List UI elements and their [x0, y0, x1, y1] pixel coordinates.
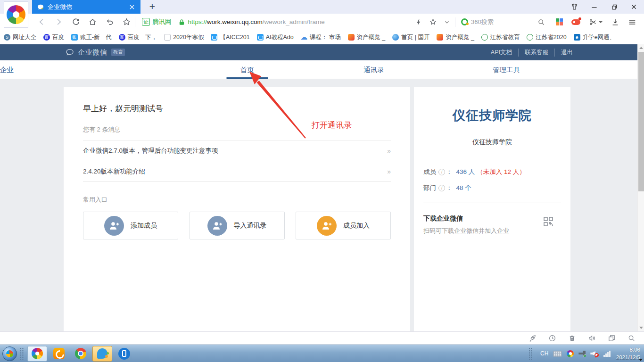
tray-360-icon[interactable] — [567, 350, 574, 357]
back-button[interactable] — [33, 16, 50, 29]
nav-tab[interactable]: 我的企业 — [0, 60, 14, 79]
usb-safely-remove-icon[interactable] — [578, 351, 586, 357]
header-link[interactable]: API文档 — [485, 49, 518, 57]
trash-cleaner-icon[interactable] — [568, 334, 576, 343]
close-button[interactable] — [629, 2, 638, 12]
address-bar[interactable]: 证 腾讯网 https://work.weixin.qq.com/wework_… — [135, 18, 415, 26]
taskbar-chrome[interactable] — [71, 346, 91, 362]
tab-close-icon[interactable] — [128, 3, 136, 11]
quick-entry-button[interactable]: 添加成员 — [83, 212, 178, 239]
language-indicator[interactable]: CH — [540, 350, 548, 357]
taskbar-clock[interactable]: 8:06 2021/12/5 — [616, 346, 640, 361]
browser-tab[interactable]: 企业微信 — [32, 0, 140, 14]
bookmark-label: 账王-新一代 — [80, 33, 112, 41]
volume-muted-icon[interactable] — [590, 350, 599, 357]
bookmark-item[interactable]: 首页 | 国开 — [392, 33, 429, 41]
reading-mode-icon[interactable] — [415, 18, 422, 26]
url-path: /wework_admin/frame — [263, 18, 325, 25]
page-scrollbar[interactable] — [637, 44, 644, 331]
apps-grid-icon[interactable] — [556, 18, 563, 25]
message-row[interactable]: 2.4.20版本新功能介绍 » — [83, 161, 391, 182]
taskbar-360-browser[interactable] — [27, 346, 47, 362]
refresh-button[interactable] — [67, 16, 84, 29]
quick-entry-button[interactable]: 成员加入 — [296, 212, 391, 239]
bookmark-favicon-icon: S — [4, 34, 10, 41]
wework-favicon-icon — [37, 3, 44, 11]
downloads-icon[interactable] — [611, 18, 619, 26]
browser-logo[interactable] — [4, 1, 28, 28]
browser-skin-icon[interactable] — [570, 2, 579, 12]
minimize-button[interactable] — [589, 2, 599, 12]
info-icon[interactable] — [438, 185, 445, 191]
header-link[interactable]: 退出 — [554, 49, 573, 57]
taskbar-phone-app[interactable] — [114, 346, 134, 362]
members-not-joined[interactable]: （未加入 12 人） — [477, 168, 526, 176]
bookmark-label: 网址大全 — [13, 33, 36, 41]
message-chevron-icon[interactable]: » — [387, 147, 391, 155]
screenshot-scissors-icon[interactable] — [589, 18, 603, 26]
message-row[interactable]: 企业微信2.7.0版本，管理后台功能变更注意事项 » — [83, 140, 391, 161]
taskbar-wework[interactable] — [92, 346, 112, 362]
nav-tab[interactable]: 通讯录 — [363, 60, 384, 79]
nav-tab[interactable]: 管理工具 — [493, 60, 520, 79]
start-button[interactable] — [2, 346, 17, 361]
colon: ： — [446, 184, 453, 192]
split-window-icon[interactable] — [607, 334, 616, 343]
new-tab-button[interactable]: + — [145, 1, 159, 13]
bookmark-item[interactable]: e 升学e网通、 — [574, 33, 615, 41]
boost-rocket-icon[interactable] — [528, 334, 537, 343]
mute-page-icon[interactable] — [587, 334, 596, 343]
members-value[interactable]: 436 人 — [456, 168, 475, 176]
search-input[interactable] — [471, 18, 537, 25]
clock-date: 2021/12/5 — [616, 354, 640, 361]
message-text: 企业微信2.7.0版本，管理后台功能变更注意事项 — [83, 147, 218, 155]
site-cert-name[interactable]: 腾讯网 — [152, 18, 172, 26]
menu-hamburger-icon[interactable] — [628, 18, 636, 26]
undo-button[interactable] — [101, 16, 118, 29]
corner-caret-icon[interactable] — [639, 359, 643, 361]
games-icon[interactable] — [571, 19, 580, 25]
windows-taskbar: CH 8:06 2021/12/5 — [0, 345, 644, 362]
nav-tab[interactable]: 首页 — [240, 60, 254, 79]
network-signal-icon[interactable] — [603, 351, 611, 357]
wework-bubble-icon — [97, 348, 107, 359]
qr-code-icon[interactable] — [543, 216, 553, 227]
bookmark-item[interactable]: 2020年寒假 — [164, 33, 204, 41]
bookmark-item[interactable]: 百 百度 — [43, 33, 64, 41]
restore-button[interactable] — [609, 2, 619, 12]
find-magnifier-icon[interactable] — [627, 334, 636, 343]
home-button[interactable] — [84, 16, 101, 29]
bookmark-item[interactable]: 资产概览 _ — [348, 33, 385, 41]
bookmark-item[interactable]: S 网址大全 — [4, 33, 36, 41]
scroll-down-icon[interactable] — [639, 327, 643, 329]
header-link[interactable]: 联系客服 — [518, 49, 554, 57]
search-magnifier-icon[interactable] — [537, 18, 545, 26]
bookmark-item[interactable]: 江苏省2020 — [527, 33, 566, 41]
windows-flag-icon — [6, 350, 13, 357]
url-dropdown-icon[interactable] — [444, 19, 450, 25]
site-logo[interactable]: 企业微信 教育 — [65, 48, 125, 57]
forward-button[interactable] — [50, 16, 67, 29]
wework-bubble-icon — [65, 48, 74, 57]
message-chevron-icon[interactable]: » — [387, 168, 391, 175]
bookmark-item[interactable]: ☁ 课程： 市场 — [301, 33, 341, 41]
site-cert-badge[interactable]: 证 — [142, 18, 150, 26]
favorites-star-button[interactable] — [118, 16, 135, 29]
search-box[interactable] — [455, 18, 549, 26]
colon: ： — [446, 168, 453, 176]
departments-value[interactable]: 48 个 — [456, 184, 471, 192]
bookmark-item[interactable]: 【AICC201 — [211, 33, 249, 41]
quick-entry-button[interactable]: 导入通讯录 — [190, 212, 285, 239]
history-clean-icon[interactable] — [548, 334, 556, 343]
bookmark-item[interactable]: 账 账王-新一代 — [71, 33, 112, 41]
keyboard-icon[interactable] — [553, 351, 562, 357]
bookmark-star-icon[interactable] — [429, 18, 437, 26]
bookmark-item[interactable]: AI教程Ado — [257, 33, 294, 41]
scrollbar-thumb[interactable] — [638, 52, 644, 191]
bookmark-item[interactable]: 百 百度一下， — [119, 33, 157, 41]
scroll-up-icon[interactable] — [639, 47, 643, 49]
info-icon[interactable] — [438, 169, 445, 175]
bookmark-item[interactable]: 资产概览 _ — [437, 33, 474, 41]
taskbar-uc-browser[interactable] — [49, 346, 69, 362]
bookmark-item[interactable]: 江苏省教育 — [481, 33, 520, 41]
